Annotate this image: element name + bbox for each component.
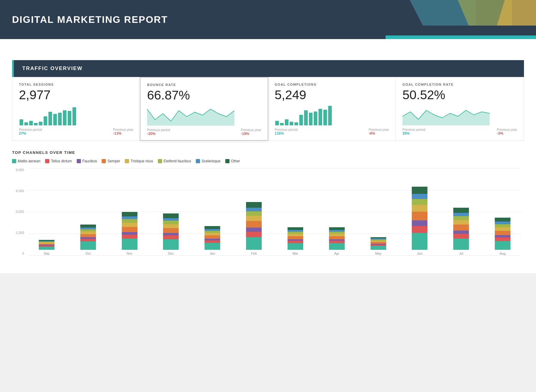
prev-year-label: Previous year — [497, 128, 517, 131]
legend-color — [125, 159, 129, 163]
bar-segment — [163, 221, 179, 224]
stacked-bar — [495, 218, 510, 250]
kpi-label: BOUNCE RATE — [147, 83, 261, 87]
svg-rect-23 — [328, 106, 332, 125]
bar-segment — [122, 212, 137, 216]
kpi-label: TOTAL SESSIONS — [19, 83, 133, 86]
bar-segment — [246, 202, 262, 208]
bar-segment — [122, 219, 137, 223]
svg-rect-3 — [34, 123, 38, 125]
bar-segment — [412, 220, 427, 226]
bar-segment — [163, 235, 179, 239]
legend-item: Faucibus — [77, 159, 97, 163]
chart-legend: Mattis aenean Tellus dictum Faucibus Sem… — [12, 159, 524, 163]
legend-item: Other — [225, 159, 240, 163]
bar-month-label: Mar — [292, 252, 298, 255]
prev-year-pct: -11% — [113, 131, 133, 136]
stacked-bar — [288, 227, 303, 250]
legend-color — [102, 159, 106, 163]
legend-label: Eleifend faucibus — [164, 159, 191, 163]
legend-color — [12, 159, 16, 163]
kpi-footer: Previous period 27% Previous year -11% — [19, 128, 133, 136]
bar-segment — [163, 218, 179, 221]
bar-segment — [453, 239, 469, 250]
prev-year-label: Previous year — [241, 128, 261, 132]
bar-segment — [412, 212, 427, 220]
kpi-footer: Previous period 35% Previous year -3% — [402, 128, 517, 136]
legend-color — [158, 159, 162, 163]
kpi-value: 2,977 — [19, 89, 133, 101]
page-title: DIGITAL MARKETING REPORT — [12, 14, 168, 25]
stacked-bar — [205, 226, 220, 250]
bar-segment — [288, 227, 303, 230]
bar-month-label: Jan — [210, 252, 215, 255]
bar-segment — [453, 234, 469, 238]
bar-group: Jun — [401, 168, 438, 255]
prev-year-block: Previous year -6% — [369, 128, 389, 136]
svg-rect-7 — [53, 114, 57, 125]
bar-segment — [495, 237, 510, 241]
bar-segment — [205, 235, 220, 239]
kpi-value: 5,249 — [275, 89, 389, 101]
bar-segment — [495, 231, 510, 235]
bar-group: Feb — [236, 168, 272, 255]
bar-segment — [495, 235, 510, 237]
bar-segment — [453, 216, 469, 220]
bar-month-label: Dec — [168, 252, 174, 255]
stacked-bar — [39, 240, 54, 250]
svg-rect-18 — [304, 110, 308, 125]
legend-item: Eleifend faucibus — [158, 159, 191, 163]
svg-rect-17 — [299, 115, 303, 125]
bar-segment — [329, 243, 345, 250]
bar-segment — [329, 241, 345, 243]
bar-segment — [453, 231, 469, 234]
bar-segment — [205, 231, 220, 233]
bar-segment — [80, 234, 96, 237]
bar-segment — [122, 223, 137, 227]
svg-rect-0 — [20, 119, 23, 125]
svg-rect-10 — [68, 111, 71, 125]
bar-group: Nov — [111, 168, 148, 255]
legend-label: Faucibus — [82, 159, 97, 163]
svg-rect-15 — [290, 122, 293, 125]
svg-rect-1 — [24, 122, 28, 125]
bar-segment — [246, 221, 262, 228]
bar-segment — [288, 243, 303, 250]
kpi-footer: Previous period 116% Previous year -6% — [275, 128, 389, 136]
bar-segment — [495, 241, 510, 250]
svg-rect-12 — [275, 121, 279, 125]
bar-segment — [80, 241, 96, 250]
bar-segment — [329, 227, 345, 230]
legend-item: Tellus dictum — [45, 159, 72, 163]
kpi-card-goal-completions: GOAL COMPLETIONS 5,249 Previous period 1… — [268, 77, 396, 140]
prev-year-block: Previous year -11% — [113, 128, 133, 136]
legend-item: Mattis aenean — [12, 159, 40, 163]
legend-label: Semper — [107, 159, 120, 163]
legend-label: Mattis aenean — [18, 159, 40, 163]
prev-year-label: Previous year — [369, 128, 389, 131]
prev-period-block: Previous period 27% — [19, 128, 42, 136]
prev-year-label: Previous year — [113, 128, 133, 131]
traffic-overview-title: TRAFFIC OVERVIEW — [22, 66, 83, 71]
grid-line — [28, 255, 521, 256]
bar-segment — [329, 236, 345, 239]
y-axis-label: 0 — [12, 252, 24, 255]
bar-group: Oct — [70, 168, 106, 255]
bar-segment — [412, 226, 427, 233]
bar-segment — [412, 187, 427, 194]
svg-rect-16 — [294, 122, 298, 125]
bar-month-label: Jul — [459, 252, 463, 255]
bar-chart-container: 6,0004,5003,0001,5000 SepOctNovDecJanFeb… — [12, 168, 524, 264]
bar-group: Apr — [319, 168, 355, 255]
bar-month-label: Feb — [251, 252, 257, 255]
legend-label: Tristique risus — [131, 159, 153, 163]
stacked-bar — [122, 212, 137, 250]
kpi-card-total-sessions: TOTAL SESSIONS 2,977 Previous period 27%… — [12, 77, 140, 140]
bar-segment — [163, 233, 179, 235]
bar-segment — [495, 227, 510, 231]
stacked-bar — [371, 237, 386, 250]
bar-segment — [39, 247, 54, 250]
kpi-card-goal-completion-rate: GOAL COMPLETION RATE 50.52% Previous per… — [396, 77, 524, 140]
bar-segment — [163, 213, 179, 218]
bar-segment — [80, 229, 96, 231]
